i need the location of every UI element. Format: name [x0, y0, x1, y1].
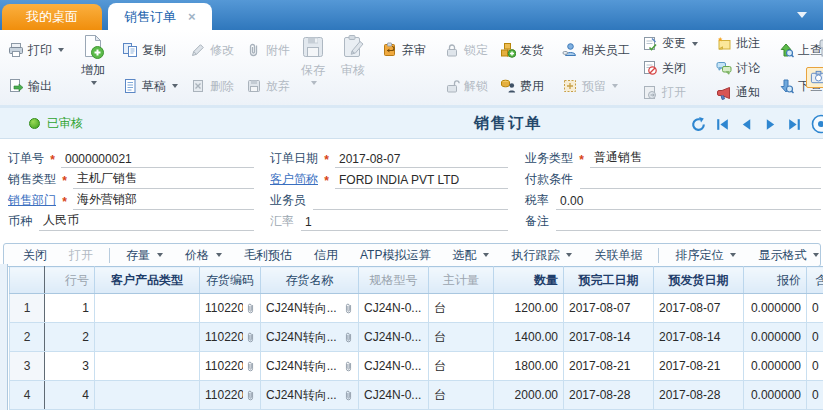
open-line-button[interactable]: 打开	[58, 247, 104, 264]
gross-profit-estimate-button[interactable]: 毛利预估	[233, 247, 303, 264]
change-button[interactable]: 变更	[638, 34, 702, 53]
unaudit-button[interactable]: 弃审	[378, 41, 430, 60]
cell-quote[interactable]: 0.000000	[744, 352, 807, 381]
sales-dept-label[interactable]: 销售部门	[8, 192, 56, 210]
column-header-qty[interactable]: 数量	[494, 267, 564, 294]
cell-tax[interactable]: 0	[807, 323, 823, 352]
cell-spec[interactable]: CJ24N-0...	[359, 352, 429, 381]
order-no-input[interactable]: 0000000021	[61, 152, 254, 168]
cell-code[interactable]: 110220	[200, 294, 261, 323]
cell-shp[interactable]: 2017-08-21	[654, 352, 744, 381]
column-header-name[interactable]: 存货名称	[261, 267, 359, 294]
cell-code[interactable]: 110220	[200, 323, 261, 352]
column-header-quote[interactable]: 报价	[744, 267, 807, 294]
column-header-unit[interactable]: 主计量	[429, 267, 494, 294]
currency-input[interactable]: 人民币	[39, 212, 254, 231]
cell-sel[interactable]: 1	[10, 294, 45, 323]
close-doc-button[interactable]: 关闭	[638, 59, 702, 78]
cell-shp[interactable]: 2017-08-14	[654, 323, 744, 352]
price-button[interactable]: 价格	[174, 247, 233, 264]
paperclip-icon[interactable]	[344, 331, 353, 344]
paperclip-icon[interactable]	[246, 331, 255, 344]
cell-name[interactable]: CJ24N转向...	[261, 294, 359, 323]
cell-fin[interactable]: 2017-08-21	[564, 352, 654, 381]
cell-tax[interactable]: 0	[807, 352, 823, 381]
expense-button[interactable]: 费用	[496, 77, 548, 96]
cell-quote[interactable]: 0.000000	[744, 381, 807, 410]
column-header-fin[interactable]: 预完工日期	[564, 267, 654, 294]
open-doc-button[interactable]: 打开	[638, 83, 702, 102]
sort-locate-button[interactable]: 排序定位	[664, 247, 747, 264]
order-date-input[interactable]: 2017-08-07	[335, 152, 508, 168]
copy-button[interactable]: 复制	[118, 41, 182, 60]
locate-icon[interactable]	[810, 113, 823, 135]
cell-cust[interactable]	[95, 323, 200, 352]
cell-qty[interactable]: 1800.00	[494, 352, 564, 381]
tab-overflow-chevron-icon[interactable]	[797, 12, 807, 18]
cell-qty[interactable]: 1400.00	[494, 323, 564, 352]
sales-type-input[interactable]: 主机厂销售	[73, 170, 254, 189]
remarks-input[interactable]	[556, 215, 821, 231]
column-header-code[interactable]: 存货编码	[200, 267, 261, 294]
cell-spec[interactable]: CJ24N-0...	[359, 381, 429, 410]
cell-qty[interactable]: 1200.00	[494, 294, 564, 323]
reserve-button[interactable]: 预留	[558, 77, 634, 96]
display-format-button[interactable]: 显示格式	[747, 247, 821, 264]
save-button[interactable]: 保存	[296, 31, 330, 105]
last-record-icon[interactable]	[786, 116, 803, 133]
related-documents-button[interactable]: 关联单据	[583, 247, 653, 264]
cell-fin[interactable]: 2017-08-07	[564, 294, 654, 323]
cell-sel[interactable]: 4	[10, 381, 45, 410]
cell-fin[interactable]: 2017-08-14	[564, 323, 654, 352]
column-header-shp[interactable]: 预发货日期	[654, 267, 744, 294]
column-header-spec[interactable]: 规格型号	[359, 267, 429, 294]
modify-button[interactable]: 修改	[186, 41, 238, 60]
execution-trace-button[interactable]: 执行跟踪	[500, 247, 583, 264]
add-button[interactable]: 增加	[76, 31, 110, 105]
payment-terms-input[interactable]	[580, 173, 821, 189]
paperclip-icon[interactable]	[246, 360, 255, 373]
stock-button[interactable]: 存量	[115, 247, 174, 264]
cell-quote[interactable]: 0.000000	[744, 294, 807, 323]
paperclip-icon[interactable]	[344, 360, 353, 373]
previous-record-icon[interactable]	[738, 116, 755, 133]
cell-shp[interactable]: 2017-08-28	[654, 381, 744, 410]
option-select-button[interactable]: 选配	[441, 247, 500, 264]
cell-fin[interactable]: 2017-08-28	[564, 381, 654, 410]
cell-shp[interactable]: 2017-08-07	[654, 294, 744, 323]
cell-unit[interactable]: 台	[429, 381, 494, 410]
cell-line[interactable]: 4	[45, 381, 95, 410]
edge-printer-icon[interactable]	[817, 38, 823, 58]
cell-name[interactable]: CJ24N转向...	[261, 352, 359, 381]
screenshot-toggle-button[interactable]	[806, 67, 823, 88]
cell-name[interactable]: CJ24N转向...	[261, 323, 359, 352]
customer-input[interactable]: FORD INDIA PVT LTD	[335, 173, 508, 189]
cell-name[interactable]: CJ24N转向...	[261, 381, 359, 410]
tab-my-desktop[interactable]: 我的桌面	[2, 4, 102, 30]
cell-cust[interactable]	[95, 352, 200, 381]
ship-button[interactable]: 发货	[496, 41, 548, 60]
paperclip-icon[interactable]	[246, 302, 255, 315]
close-line-button[interactable]: 关闭	[12, 247, 58, 264]
cell-cust[interactable]	[95, 294, 200, 323]
customer-label[interactable]: 客户简称	[270, 171, 318, 189]
exchange-rate-input[interactable]: 1	[301, 215, 508, 231]
cell-spec[interactable]: CJ24N-0...	[359, 294, 429, 323]
cell-tax[interactable]: 0	[807, 294, 823, 323]
cell-tax[interactable]: 0	[807, 381, 823, 410]
cell-line[interactable]: 3	[45, 352, 95, 381]
table-row[interactable]: 11110220CJ24N转向...CJ24N-0...台1200.002017…	[10, 294, 823, 323]
attachment-button[interactable]: 附件	[242, 41, 294, 60]
cell-line[interactable]: 2	[45, 323, 95, 352]
delete-button[interactable]: 删除	[186, 77, 238, 96]
cell-qty[interactable]: 2000.00	[494, 381, 564, 410]
cell-code[interactable]: 110220	[200, 352, 261, 381]
cell-code[interactable]: 110220	[200, 381, 261, 410]
cell-unit[interactable]: 台	[429, 352, 494, 381]
audit-button[interactable]: 审核	[336, 31, 370, 105]
salesman-input[interactable]	[313, 194, 508, 210]
paperclip-icon[interactable]	[344, 389, 353, 402]
cell-unit[interactable]: 台	[429, 323, 494, 352]
discuss-button[interactable]: 讨论	[712, 59, 764, 78]
business-type-input[interactable]: 普通销售	[590, 149, 821, 168]
